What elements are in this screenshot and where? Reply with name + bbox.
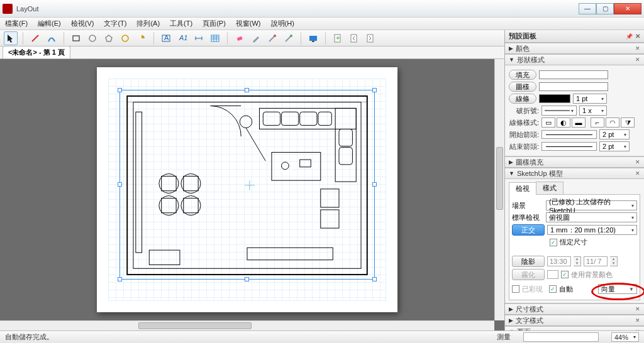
usebg-checkbox[interactable]: ✓: [561, 271, 569, 278]
workspace[interactable]: [0, 59, 504, 330]
usebg-label: 使用背景顏色: [571, 270, 613, 280]
time-spinner[interactable]: ▲▼: [574, 256, 581, 266]
resize-handle-n[interactable]: [245, 88, 249, 92]
table-tool[interactable]: [208, 31, 222, 45]
page-canvas[interactable]: [97, 67, 397, 312]
label-tool[interactable]: A1: [175, 31, 189, 45]
tray-textstyle[interactable]: 文字樣式✕: [505, 315, 644, 326]
fog-color-swatch[interactable]: [547, 270, 558, 279]
stroke-width-combo[interactable]: 1 pt▾: [573, 94, 607, 104]
stroke-button[interactable]: 線條: [509, 94, 536, 104]
cap-round[interactable]: ◐: [557, 117, 570, 128]
text-tool[interactable]: A: [159, 31, 173, 45]
endarrow-preview[interactable]: [541, 142, 597, 151]
rectangle-tool[interactable]: [69, 31, 83, 45]
resize-handle-e[interactable]: [372, 182, 377, 187]
startarrow-preview[interactable]: [541, 130, 597, 139]
menu-window[interactable]: 視窗(W): [233, 18, 264, 30]
prev-page-button[interactable]: [347, 31, 361, 45]
tray-sketchup[interactable]: SketchUp 模型✕: [505, 168, 644, 179]
circle2-tool[interactable]: [118, 31, 132, 45]
polygon-tool[interactable]: [102, 31, 116, 45]
strokestyle-label: 線條樣式:: [509, 118, 539, 128]
measure-input[interactable]: [523, 332, 599, 342]
fill-swatch[interactable]: [539, 70, 608, 79]
pattern-swatch[interactable]: [539, 82, 608, 91]
subtab-style[interactable]: 樣式: [536, 182, 564, 194]
add-page-button[interactable]: +: [331, 31, 345, 45]
pattern-button[interactable]: 圖樣: [509, 82, 536, 92]
scale-combo[interactable]: 1 mm：20 mm (1:20)▾: [547, 225, 637, 235]
resize-handle-se[interactable]: [372, 277, 377, 281]
join-round[interactable]: ◠: [606, 117, 619, 128]
fill-button[interactable]: 填充: [509, 70, 536, 80]
join-tool[interactable]: [282, 31, 296, 45]
presentation-tool[interactable]: [306, 31, 320, 45]
menu-edit[interactable]: 編輯(E): [35, 18, 64, 30]
selection-box[interactable]: [119, 90, 375, 280]
resize-handle-s[interactable]: [245, 277, 249, 281]
locksize-label: 恆定尺寸: [560, 237, 587, 247]
pin-icon[interactable]: 📌: [626, 33, 633, 40]
vertical-scrollbar[interactable]: [494, 59, 504, 320]
resize-handle-ne[interactable]: [372, 88, 377, 92]
startarrow-size-combo[interactable]: 2 pt▾: [599, 129, 630, 139]
menu-arrange[interactable]: 排列(A): [134, 18, 162, 30]
horizontal-scrollbar[interactable]: [0, 320, 494, 330]
menu-help[interactable]: 說明(H): [269, 18, 297, 30]
endarrow-label: 結束箭頭:: [509, 142, 539, 151]
line-tool[interactable]: [28, 31, 42, 45]
close-button[interactable]: ✕: [614, 3, 641, 14]
minimize-button[interactable]: —: [579, 3, 596, 14]
auto-checkbox[interactable]: ✓: [549, 285, 557, 293]
shadow-button[interactable]: 陰影: [512, 256, 545, 267]
shadow-date-input[interactable]: 11/ 7: [584, 256, 608, 266]
tray-color[interactable]: 顏色✕: [505, 43, 644, 54]
dash-scale-combo[interactable]: 1 x▾: [579, 106, 607, 116]
locksize-checkbox[interactable]: ✓: [550, 239, 557, 246]
shadow-time-input[interactable]: 13:30: [547, 256, 571, 266]
side-panel-title[interactable]: 預設面板 📌 ✕: [505, 30, 644, 43]
ortho-button[interactable]: 正交: [512, 224, 545, 236]
tray-pattern[interactable]: 圖樣填充✕: [505, 156, 644, 168]
circle-tool[interactable]: [86, 31, 99, 45]
cap-flat[interactable]: ▭: [541, 117, 555, 128]
render-mode-combo[interactable]: 向量▼: [598, 284, 637, 294]
menu-text[interactable]: 文字(T): [101, 18, 129, 30]
zoom-combo[interactable]: 44%▾: [611, 332, 639, 342]
resize-handle-sw[interactable]: [118, 277, 122, 281]
stdview-combo[interactable]: 俯視圖▾: [546, 212, 637, 222]
style-tool[interactable]: [249, 31, 263, 45]
eraser-tool[interactable]: [233, 31, 247, 45]
menu-pages[interactable]: 頁面(P): [200, 18, 228, 30]
next-page-button[interactable]: [364, 31, 377, 45]
scene-combo[interactable]: (已修改) 上次儲存的 SketchU▾: [546, 200, 637, 210]
tray-dimension[interactable]: 尺寸樣式✕: [505, 303, 644, 315]
resize-handle-nw[interactable]: [118, 88, 122, 92]
endarrow-size-combo[interactable]: 2 pt▾: [599, 141, 630, 151]
menu-file[interactable]: 檔案(F): [3, 18, 30, 30]
date-spinner[interactable]: ▲▼: [610, 256, 618, 266]
join-miter[interactable]: ⌐: [591, 117, 604, 128]
subtab-view[interactable]: 檢視: [509, 182, 536, 195]
join-bevel[interactable]: ⧩: [621, 117, 635, 128]
dimension-tool[interactable]: [192, 31, 206, 45]
arc-tool[interactable]: [45, 31, 58, 45]
fog-button[interactable]: 霧化: [512, 269, 545, 280]
menu-view[interactable]: 檢視(V): [69, 18, 97, 30]
tray-shape-body: 填充 圖樣 線條1 pt▾ 破折號:▾1 x▾ 線條樣式:▭◐▬⌐◠⧩ 開始箭頭…: [505, 65, 644, 156]
dash-style-combo[interactable]: ▾: [541, 106, 577, 116]
resize-handle-w[interactable]: [118, 182, 122, 187]
stroke-swatch[interactable]: [539, 94, 570, 103]
maximize-button[interactable]: ▢: [596, 3, 614, 14]
document-tab[interactable]: <未命名> - 第 1 頁: [3, 46, 70, 58]
rendered-checkbox[interactable]: [512, 285, 519, 293]
panel-close-icon[interactable]: ✕: [635, 33, 640, 40]
app-title: LayOut: [16, 5, 579, 13]
select-tool[interactable]: [4, 31, 18, 45]
pie-tool[interactable]: [135, 31, 148, 45]
cap-square[interactable]: ▬: [572, 117, 586, 128]
split-tool[interactable]: [265, 31, 279, 45]
tray-shape[interactable]: 形狀樣式✕: [505, 54, 644, 65]
menu-tools[interactable]: 工具(T): [167, 18, 195, 30]
